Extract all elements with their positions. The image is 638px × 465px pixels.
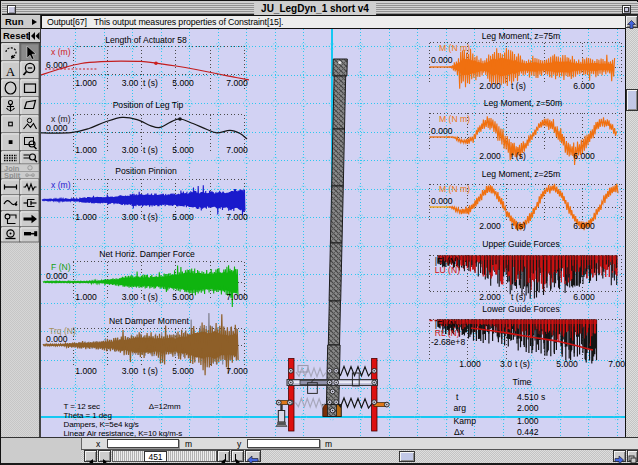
svg-text:1.000: 1.000 (75, 292, 97, 302)
svg-text:3.00: 3.00 (122, 212, 139, 222)
svg-text:1.000: 1.000 (459, 359, 481, 369)
svg-text:t (s): t (s) (515, 359, 530, 369)
svg-text:6.000: 6.000 (573, 81, 595, 91)
svg-text:0.000: 0.000 (46, 123, 68, 133)
svg-text:5.000: 5.000 (172, 212, 194, 222)
svg-text:t (s): t (s) (511, 292, 526, 302)
svg-text:3.00: 3.00 (122, 78, 139, 88)
svg-text:1.000: 1.000 (75, 145, 97, 155)
svg-text:Length of Actuator 58: Length of Actuator 58 (105, 35, 187, 45)
svg-text:1.000: 1.000 (517, 416, 539, 426)
svg-text:0.000: 0.000 (431, 55, 453, 65)
svg-text:3.0: 3.0 (500, 359, 512, 369)
svg-text:7.000: 7.000 (226, 145, 248, 155)
svg-text:2.000: 2.000 (517, 403, 539, 413)
svg-text:2.000: 2.000 (479, 292, 501, 302)
svg-text:3.00: 3.00 (122, 366, 139, 376)
svg-text:3.00: 3.00 (122, 292, 139, 302)
svg-text:x (m): x (m) (51, 114, 71, 124)
svg-text:6.000: 6.000 (573, 221, 595, 231)
svg-text:1.000: 1.000 (75, 212, 97, 222)
svg-text:Kamp: Kamp (454, 416, 477, 426)
svg-text:x (m): x (m) (51, 180, 71, 190)
svg-text:7.000: 7.000 (608, 359, 625, 369)
svg-text:5.000: 5.000 (172, 366, 194, 376)
svg-text:t (s): t (s) (143, 145, 158, 155)
svg-text:Time: Time (513, 377, 532, 387)
svg-text:0.000: 0.000 (46, 334, 68, 344)
svg-text:t (s): t (s) (143, 292, 158, 302)
svg-text:Theta = 1 deg: Theta = 1 deg (64, 411, 112, 420)
svg-text:0.000: 0.000 (46, 271, 68, 281)
svg-text:6.000: 6.000 (573, 292, 595, 302)
svg-text:6.000: 6.000 (573, 151, 595, 161)
svg-text:7.000: 7.000 (226, 366, 248, 376)
svg-text:Position of Leg Tip: Position of Leg Tip (113, 100, 184, 110)
svg-text:M (N m): M (N m) (439, 114, 470, 124)
svg-text:arg: arg (454, 403, 467, 413)
svg-text:7.000: 7.000 (226, 212, 248, 222)
svg-text:Position Pinnion: Position Pinnion (115, 166, 177, 176)
svg-text:t (s): t (s) (143, 78, 158, 88)
svg-text:M (N m): M (N m) (439, 43, 470, 53)
svg-text:t (s): t (s) (143, 212, 158, 222)
svg-text:-2.68e+8: -2.68e+8 (431, 337, 465, 347)
svg-text:Leg Moment, z=50m: Leg Moment, z=50m (484, 98, 563, 108)
svg-text:Lower Guide Forces: Lower Guide Forces (482, 304, 559, 314)
svg-text:Linear Air resistance, K=10 kg: Linear Air resistance, K=10 kg/m-s (64, 429, 183, 437)
svg-text:4.510 s: 4.510 s (517, 392, 545, 402)
svg-text:1.000: 1.000 (75, 78, 97, 88)
svg-text:Leg Moment, z=25m: Leg Moment, z=25m (482, 169, 561, 179)
svg-text:0.000: 0.000 (431, 196, 453, 206)
svg-text:Leg Moment, z=75m: Leg Moment, z=75m (482, 31, 561, 41)
svg-text:t (s): t (s) (511, 221, 526, 231)
svg-text:t: t (456, 392, 459, 402)
svg-text:7.000: 7.000 (226, 292, 248, 302)
svg-text:1.000: 1.000 (75, 366, 97, 376)
svg-text:Δ=12mm: Δ=12mm (149, 402, 181, 411)
svg-text:Δx: Δx (454, 427, 465, 437)
svg-text:A: A (6, 64, 16, 79)
svg-text:5.000: 5.000 (172, 145, 194, 155)
svg-text:5.000: 5.000 (172, 78, 194, 88)
svg-text:Upper Guide Forces: Upper Guide Forces (482, 239, 559, 249)
svg-text:Net Horiz. Damper Force: Net Horiz. Damper Force (99, 249, 195, 259)
svg-text:2.000: 2.000 (479, 151, 501, 161)
svg-text:LU (N): LU (N) (435, 265, 460, 275)
svg-text:0.000: 0.000 (431, 126, 453, 136)
svg-text:5.000: 5.000 (172, 292, 194, 302)
svg-text:M (N m): M (N m) (439, 184, 470, 194)
svg-text:t (s): t (s) (143, 366, 158, 376)
svg-text:3.00: 3.00 (122, 145, 139, 155)
svg-text:2.000: 2.000 (479, 221, 501, 231)
svg-text:5.000: 5.000 (556, 359, 578, 369)
svg-text:0.442: 0.442 (517, 427, 539, 437)
svg-text:7.000: 7.000 (226, 78, 248, 88)
svg-text:t (s): t (s) (511, 151, 526, 161)
svg-text:t (s): t (s) (511, 81, 526, 91)
svg-text:2.000: 2.000 (479, 81, 501, 91)
svg-text:T = 12 sec: T = 12 sec (64, 402, 101, 411)
svg-text:Net Damper Moment: Net Damper Moment (109, 316, 189, 326)
svg-text:x (m): x (m) (51, 47, 71, 57)
